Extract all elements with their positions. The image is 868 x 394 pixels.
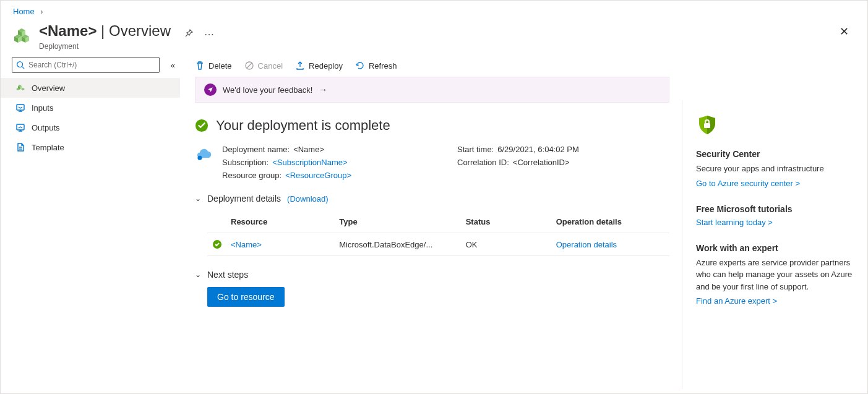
svg-line-21 bbox=[247, 63, 252, 68]
collapse-sidebar-icon[interactable]: « bbox=[171, 61, 175, 70]
cell-status: OK bbox=[466, 240, 556, 249]
download-link[interactable]: (Download) bbox=[287, 194, 328, 203]
breadcrumb-separator: › bbox=[40, 7, 43, 16]
meta-label: Deployment name: bbox=[222, 145, 290, 154]
deployment-meta: Deployment name: <Name> Subscription: <S… bbox=[195, 145, 669, 180]
more-icon[interactable]: ⋯ bbox=[204, 28, 214, 40]
arrow-right-icon: → bbox=[319, 85, 327, 95]
sidebar-item-label: Inputs bbox=[32, 103, 53, 113]
template-icon bbox=[15, 142, 25, 152]
expert-link[interactable]: Find an Azure expert > bbox=[696, 296, 777, 306]
toolbar: Delete Cancel Redeploy Refresh bbox=[195, 57, 669, 77]
success-check-icon bbox=[195, 119, 208, 132]
chevron-down-icon: ⌄ bbox=[195, 270, 201, 279]
cancel-icon bbox=[244, 61, 254, 71]
cell-type: Microsoft.DataBoxEdge/... bbox=[339, 240, 465, 249]
breadcrumb-home[interactable]: Home bbox=[13, 7, 35, 16]
pin-icon[interactable] bbox=[184, 28, 194, 41]
meta-label: Subscription: bbox=[222, 158, 269, 167]
sidebar-item-label: Outputs bbox=[32, 123, 60, 132]
tutorials-link[interactable]: Start learning today > bbox=[696, 218, 773, 227]
col-opdetails: Operation details bbox=[556, 217, 664, 226]
page-subtitle: Deployment bbox=[39, 42, 855, 51]
operation-details-link[interactable]: Operation details bbox=[556, 240, 664, 249]
cubes-small-icon bbox=[15, 83, 25, 93]
status-heading: Your deployment is complete bbox=[216, 118, 390, 134]
rp-text: Azure experts are service provider partn… bbox=[696, 257, 855, 293]
svg-line-10 bbox=[22, 67, 25, 69]
rp-title: Security Center bbox=[696, 149, 855, 159]
page-header: <Name> | Overview ⋯ Deployment ✕ bbox=[1, 20, 867, 57]
sidebar-item-inputs[interactable]: Inputs bbox=[1, 98, 180, 118]
rp-title: Work with an expert bbox=[696, 243, 855, 253]
meta-label: Start time: bbox=[457, 145, 494, 154]
table-header: Resource Type Status Operation details bbox=[207, 211, 669, 233]
svg-point-23 bbox=[197, 156, 202, 160]
meta-value: <CorrelationID> bbox=[513, 158, 570, 167]
meta-value: <Name> bbox=[293, 145, 324, 154]
search-input[interactable] bbox=[28, 61, 155, 69]
row-success-icon bbox=[212, 239, 222, 249]
deployment-details-toggle[interactable]: ⌄ Deployment details (Download) bbox=[195, 194, 669, 203]
inputs-icon bbox=[15, 103, 25, 113]
delete-icon bbox=[195, 61, 205, 71]
refresh-icon bbox=[355, 61, 365, 71]
cancel-button: Cancel bbox=[244, 61, 283, 71]
section-title: Deployment details bbox=[207, 194, 281, 203]
sidebar-item-overview[interactable]: Overview bbox=[1, 78, 180, 98]
chevron-down-icon: ⌄ bbox=[195, 194, 201, 203]
status-row: Your deployment is complete bbox=[195, 118, 669, 134]
section-title: Next steps bbox=[207, 270, 248, 280]
page-title: <Name> | Overview bbox=[39, 22, 175, 39]
feedback-badge-icon bbox=[204, 84, 217, 96]
sidebar-item-template[interactable]: Template bbox=[1, 137, 180, 157]
meta-label: Correlation ID: bbox=[457, 158, 509, 167]
sidebar-item-label: Overview bbox=[32, 84, 65, 93]
rp-text: Secure your apps and infrastructure bbox=[696, 163, 855, 175]
right-panel: Security Center Secure your apps and inf… bbox=[682, 100, 867, 389]
sidebar-item-outputs[interactable]: Outputs bbox=[1, 118, 180, 137]
svg-rect-16 bbox=[17, 105, 24, 110]
feedback-bar[interactable]: We'd love your feedback! → bbox=[195, 77, 669, 103]
search-box[interactable] bbox=[12, 57, 160, 73]
cloud-icon bbox=[195, 146, 212, 163]
resource-group-link[interactable]: <ResourceGroup> bbox=[285, 171, 351, 180]
next-steps-toggle[interactable]: ⌄ Next steps bbox=[195, 270, 669, 280]
col-type: Type bbox=[339, 217, 465, 226]
shield-icon bbox=[696, 114, 718, 136]
sidebar-item-label: Template bbox=[32, 143, 64, 152]
outputs-icon bbox=[15, 122, 25, 132]
security-center-link[interactable]: Go to Azure security center > bbox=[696, 179, 800, 188]
refresh-button[interactable]: Refresh bbox=[355, 61, 397, 71]
meta-value: 6/29/2021, 6:04:02 PM bbox=[497, 145, 579, 154]
deployment-cube-icon bbox=[13, 25, 33, 45]
col-resource: Resource bbox=[231, 217, 339, 226]
feedback-text: We'd love your feedback! bbox=[223, 85, 312, 95]
col-status: Status bbox=[466, 217, 556, 226]
sidebar: « Overview Inputs Outputs Template bbox=[1, 57, 180, 389]
redeploy-button[interactable]: Redeploy bbox=[295, 61, 343, 71]
svg-point-9 bbox=[17, 62, 23, 67]
close-icon[interactable]: ✕ bbox=[840, 25, 849, 38]
svg-rect-25 bbox=[704, 123, 710, 128]
resource-link[interactable]: <Name> bbox=[231, 240, 339, 249]
breadcrumb: Home › bbox=[1, 1, 867, 20]
go-to-resource-button[interactable]: Go to resource bbox=[207, 287, 285, 307]
search-icon bbox=[16, 61, 25, 69]
delete-button[interactable]: Delete bbox=[195, 61, 232, 71]
meta-label: Resource group: bbox=[222, 171, 281, 180]
subscription-link[interactable]: <SubscriptionName> bbox=[272, 158, 347, 167]
table-row: <Name> Microsoft.DataBoxEdge/... OK Oper… bbox=[207, 233, 669, 256]
deployment-details-table: Resource Type Status Operation details <… bbox=[207, 211, 669, 256]
rp-title: Free Microsoft tutorials bbox=[696, 204, 855, 214]
redeploy-icon bbox=[295, 61, 305, 71]
